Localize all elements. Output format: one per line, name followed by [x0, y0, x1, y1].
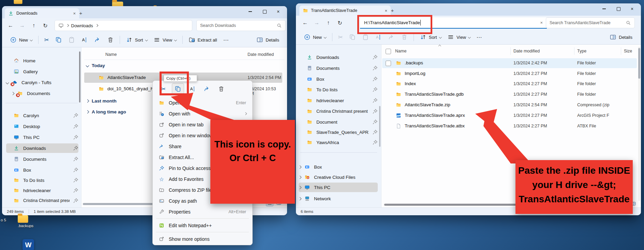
- up-button[interactable]: ↑: [323, 18, 334, 28]
- column-header-size[interactable]: Size: [624, 49, 632, 53]
- tab-transatlantic[interactable]: TransAtlanticSlaveTrade ×: [299, 5, 391, 16]
- group-header-last-month[interactable]: Last month: [86, 98, 117, 104]
- sidebar-item-desktop[interactable]: Desktop: [6, 122, 78, 131]
- column-header-type[interactable]: Type: [577, 49, 586, 53]
- sidebar-item-cristina[interactable]: Cristina Christmast present 2023: [301, 107, 378, 116]
- chevron-down-icon[interactable]: [6, 81, 9, 84]
- sidebar-item-slavetrade-queries[interactable]: SlaveTrade_Queries_APRX: [301, 127, 378, 137]
- file-name[interactable]: AtlanticSlaveTrade.zip: [405, 102, 450, 107]
- chevron-right-icon[interactable]: [298, 186, 302, 189]
- close-button[interactable]: ×: [271, 6, 285, 17]
- minimize-button[interactable]: [243, 6, 257, 17]
- new-tab-button[interactable]: +: [389, 7, 396, 14]
- desktop-label-partial[interactable]: o 5: [1, 218, 6, 222]
- copy-button[interactable]: [52, 34, 65, 46]
- column-header-name[interactable]: Name: [105, 52, 117, 57]
- file-name[interactable]: ImportLog: [405, 71, 425, 76]
- rename-button[interactable]: [78, 34, 91, 46]
- forward-button[interactable]: →: [16, 20, 28, 31]
- select-all-checkbox[interactable]: [386, 49, 391, 54]
- sidebar-item-this-pc[interactable]: This PC: [299, 183, 378, 192]
- address-bar[interactable]: Downloads: [55, 20, 192, 31]
- sidebar-item-hdrivecleaner[interactable]: hdrivecleaner: [6, 186, 78, 195]
- column-header-date-modified[interactable]: Date modified: [248, 52, 274, 57]
- menu-item-show-more[interactable]: Show more options: [155, 234, 250, 244]
- sidebar-item-downloads[interactable]: Downloads: [6, 143, 78, 153]
- tab-downloads[interactable]: Downloads ×: [5, 8, 79, 18]
- sidebar-item-yawsafrica[interactable]: YawsAfrica: [301, 138, 378, 147]
- desktop-icon-backups[interactable]: .backups: [18, 215, 33, 228]
- scrollbar-thumb[interactable]: [638, 48, 640, 79]
- new-button[interactable]: New: [7, 34, 35, 46]
- details-pane-button[interactable]: Details: [606, 31, 635, 43]
- file-row[interactable]: ImportLog 1/3/2024 2:27 PM File folder: [382, 69, 637, 79]
- maximize-button[interactable]: [612, 3, 625, 14]
- sidebar-item-documents[interactable]: Documents: [6, 154, 78, 164]
- forward-button[interactable]: →: [311, 18, 323, 28]
- column-header-name[interactable]: Name: [395, 49, 406, 53]
- menu-item-properties[interactable]: Properties Alt+Enter: [155, 207, 250, 217]
- sidebar-item-box-tree[interactable]: Box: [299, 162, 378, 172]
- clear-address-icon[interactable]: ×: [540, 20, 543, 25]
- sidebar-item-documents[interactable]: Documents: [301, 63, 378, 73]
- group-header-long-ago[interactable]: A long time ago: [86, 109, 126, 114]
- cut-button[interactable]: ✂: [335, 31, 346, 43]
- file-row-hover[interactable]: .backups 1/3/2024 2:42 PM File folder: [382, 58, 637, 68]
- desktop-folder-icon[interactable]: [14, 0, 22, 4]
- sidebar-item-creative-cloud[interactable]: Creative Cloud Files: [299, 172, 378, 182]
- maximize-button[interactable]: [258, 6, 271, 17]
- file-row[interactable]: TransAtlanticSlaveTrade.gdb 1/3/2024 2:2…: [382, 90, 637, 99]
- delete-button[interactable]: [104, 34, 117, 46]
- view-button[interactable]: View: [444, 31, 473, 43]
- refresh-button[interactable]: ↻: [40, 20, 51, 31]
- file-name[interactable]: .backups: [405, 60, 423, 65]
- sidebar-item-box[interactable]: Box: [301, 74, 378, 84]
- scrollbar-thumb[interactable]: [83, 203, 158, 205]
- file-name[interactable]: AtlanticSlaveTrade: [107, 75, 146, 80]
- chevron-right-icon[interactable]: [11, 92, 15, 95]
- file-name[interactable]: TransAtlanticSlaveTrade.atbx: [405, 123, 465, 128]
- paste-button[interactable]: [65, 34, 78, 46]
- search-input[interactable]: Search TransAtlanticSlaveTrade: [546, 17, 635, 28]
- file-row[interactable]: Index 1/3/2024 2:27 PM File folder: [382, 79, 637, 89]
- new-tab-button[interactable]: +: [77, 10, 85, 17]
- sidebar-item-this-pc[interactable]: This PC: [6, 132, 78, 142]
- vertical-scrollbar[interactable]: [638, 47, 640, 201]
- column-header-date-modified[interactable]: Date modified: [513, 49, 540, 53]
- sidebar-item-onedrive[interactable]: Carolyn - Tufts: [6, 78, 78, 87]
- sidebar-item-network[interactable]: Network: [299, 194, 378, 203]
- tab-close-icon[interactable]: ×: [380, 8, 387, 13]
- view-button[interactable]: View: [150, 34, 179, 46]
- search-input[interactable]: Search Downloads: [196, 20, 286, 31]
- details-pane-button[interactable]: Details: [253, 34, 282, 46]
- menu-item-edit-notepadpp[interactable]: Edit with Notepad++: [155, 220, 250, 231]
- close-button[interactable]: ×: [625, 3, 639, 14]
- share-button[interactable]: [91, 34, 104, 46]
- cut-button[interactable]: ✂: [41, 34, 52, 46]
- tab-close-icon[interactable]: ×: [68, 11, 76, 16]
- sidebar-scrollbar[interactable]: [379, 106, 380, 147]
- new-button[interactable]: New: [301, 31, 329, 43]
- chevron-right-icon[interactable]: [298, 165, 302, 169]
- see-more-button[interactable]: ⋯: [220, 34, 232, 46]
- refresh-button[interactable]: ↻: [334, 18, 346, 28]
- minimize-button[interactable]: [597, 3, 611, 14]
- group-header-today[interactable]: Today: [86, 63, 105, 68]
- sidebar-item-box[interactable]: Box: [6, 165, 78, 175]
- sidebar-item-carolyn[interactable]: Carolyn: [6, 111, 78, 120]
- chevron-right-icon[interactable]: [298, 197, 302, 200]
- sidebar-item-document[interactable]: Document: [301, 117, 378, 127]
- sidebar-item-gallery[interactable]: Gallery: [6, 67, 78, 76]
- see-more-button[interactable]: ⋯: [474, 31, 485, 43]
- desktop-icon-word[interactable]: W: [23, 239, 34, 250]
- sidebar-item-cristina[interactable]: Cristina Christmast present 2023: [6, 196, 78, 205]
- file-name[interactable]: TransAtlanticSlaveTrade.aprx: [405, 113, 465, 118]
- back-button[interactable]: ←: [5, 20, 16, 31]
- sidebar-item-downloads[interactable]: Downloads: [301, 52, 378, 62]
- sidebar-item-to-do-lists[interactable]: To Do lists: [6, 175, 78, 185]
- chevron-right-icon[interactable]: [298, 175, 302, 179]
- back-button[interactable]: ←: [299, 18, 311, 28]
- sidebar-item-hdrivecleaner[interactable]: hdrivecleaner: [301, 96, 378, 105]
- sidebar-scrollbar[interactable]: [79, 51, 80, 103]
- sidebar-item-to-do-lists[interactable]: To Do lists: [301, 85, 378, 94]
